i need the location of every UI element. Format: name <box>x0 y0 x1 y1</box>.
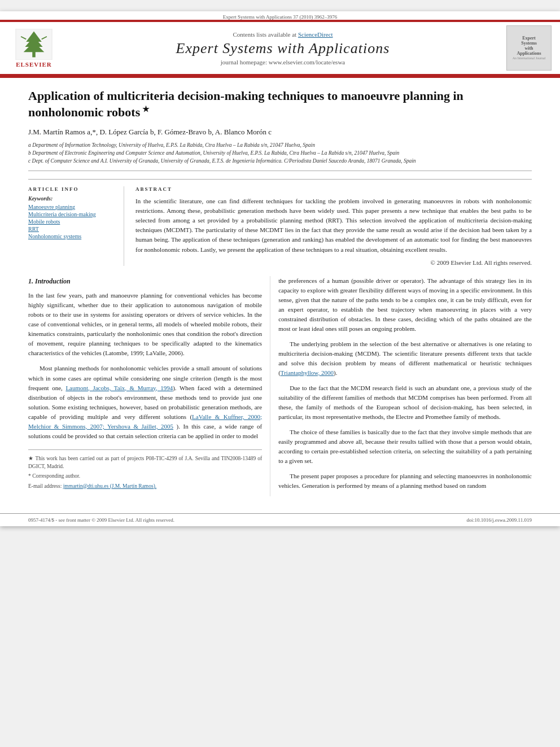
footer-issn: 0957-4174/$ - see front matter © 2009 El… <box>28 517 174 523</box>
keyword-multicriteria[interactable]: Multicriteria decision-making <box>28 211 116 217</box>
article-info-panel: ARTICLE INFO Keywords: Manoeuvre plannin… <box>28 186 124 265</box>
abstract-panel: ABSTRACT In the scientific literature, o… <box>135 186 532 265</box>
journal-main-title: Expert Systems with Applications <box>59 40 506 57</box>
footnote-email: E-mail address: jmmartin@dti.uhu.es (J.M… <box>28 482 262 490</box>
main-content: 1. Introduction In the last few years, p… <box>28 276 532 514</box>
journal-homepage: journal homepage: www.elsevier.com/locat… <box>59 59 506 65</box>
copyright-notice: © 2009 Elsevier Ltd. All rights reserved… <box>135 259 532 266</box>
affiliation-a: a Department of Information Technology, … <box>28 141 532 149</box>
elsevier-tree-icon <box>14 29 54 60</box>
journal-thumbnail: ExpertSystemswithApplications An Interna… <box>506 25 552 71</box>
authors: J.M. Martín Ramos a,*, D. López García b… <box>28 128 532 137</box>
right-paragraph-3: Due to the fact that the MCDM research f… <box>278 383 532 422</box>
footnote-star: ★ This work has been carried out as part… <box>28 455 262 471</box>
abstract-label: ABSTRACT <box>135 186 532 192</box>
page: Expert Systems with Applications 37 (201… <box>0 11 560 526</box>
elsevier-logo: ELSEVIER <box>8 29 59 68</box>
ref-laumont[interactable]: Laumont, Jacobs, Taïx, & Murray, 1994 <box>65 385 173 391</box>
page-number-top: Expert Systems with Applications 37 (201… <box>0 11 560 20</box>
footnote-corresponding: * Corresponding author. <box>28 472 262 480</box>
email-link[interactable]: jmmartin@dti.uhu.es (J.M. Martín Ramos). <box>63 483 157 489</box>
journal-header: ELSEVIER Contents lists available at Sci… <box>0 20 560 78</box>
ref-lavalle-kuffner[interactable]: LaValle & Kuffner, 2000; Melchior & Simm… <box>28 413 262 430</box>
elsevier-label: ELSEVIER <box>16 61 52 68</box>
sciencedirect-link[interactable]: ScienceDirect <box>298 31 333 38</box>
star-marker: ★ <box>140 105 150 113</box>
journal-brand-row: ELSEVIER Contents lists available at Sci… <box>0 22 560 74</box>
right-paragraph-2: The underlying problem in the selection … <box>278 339 532 378</box>
page-footer: 0957-4174/$ - see front matter © 2009 El… <box>0 513 560 526</box>
keyword-rrt[interactable]: RRT <box>28 226 116 232</box>
intro-paragraph-2: Most planning methods for nonholonomic v… <box>28 364 262 440</box>
keyword-mobile-robots[interactable]: Mobile robots <box>28 219 116 225</box>
affiliations: a Department of Information Technology, … <box>28 141 532 165</box>
affiliation-b: b Department of Electronic Engineering a… <box>28 149 532 157</box>
journal-title-center: Contents lists available at ScienceDirec… <box>59 31 506 65</box>
right-column: the preferences of a human (possible dri… <box>270 276 532 497</box>
affiliation-c: c Dept. of Computer Science and A.I. Uni… <box>28 157 532 165</box>
article-header: Application of multicriteria decision-ma… <box>28 78 532 171</box>
footer-doi: doi:10.1016/j.eswa.2009.11.019 <box>467 517 532 523</box>
article-body: Application of multicriteria decision-ma… <box>0 78 560 513</box>
contents-line: Contents lists available at ScienceDirec… <box>59 31 506 38</box>
right-paragraph-4: The choice of these families is basicall… <box>278 427 532 466</box>
right-paragraph-5: The present paper proposes a procedure f… <box>278 471 532 491</box>
abstract-text: In the scientific literature, one can fi… <box>135 196 532 254</box>
intro-paragraph-1: In the last few years, path and manoeuvr… <box>28 291 262 358</box>
footnotes: ★ This work has been carried out as part… <box>28 449 262 490</box>
article-info-label: ARTICLE INFO <box>28 186 116 192</box>
article-info-abstract: ARTICLE INFO Keywords: Manoeuvre plannin… <box>28 179 532 265</box>
keyword-manoeuvre-planning[interactable]: Manoeuvre planning <box>28 204 116 210</box>
left-column: 1. Introduction In the last few years, p… <box>28 276 270 497</box>
red-divider-bottom <box>0 74 560 76</box>
introduction-heading: 1. Introduction <box>28 276 262 287</box>
keywords-label: Keywords: <box>28 195 116 202</box>
article-title: Application of multicriteria decision-ma… <box>28 88 532 121</box>
keyword-nonholonomic[interactable]: Nonholonomic systems <box>28 233 116 239</box>
right-paragraph-1: the preferences of a human (possible dri… <box>278 276 532 334</box>
ref-triantaphyllow[interactable]: Triantaphyllow, 2000 <box>281 369 334 376</box>
